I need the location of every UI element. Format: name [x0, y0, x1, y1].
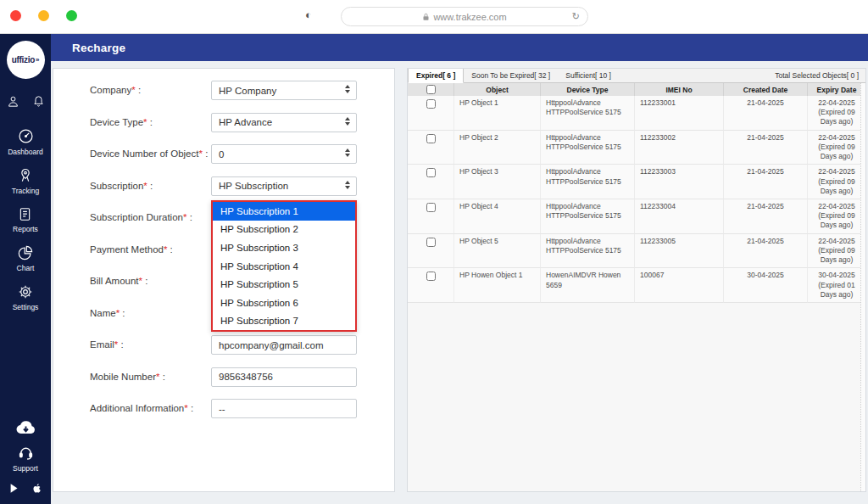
logo-text: uffizio — [12, 55, 35, 64]
row-checkbox[interactable] — [426, 168, 436, 177]
privacy-shield-icon[interactable]: ◐ — [305, 8, 312, 21]
object-cell: HP Object 1 — [454, 96, 541, 131]
sidebar-item-reports[interactable]: Reports — [13, 206, 38, 233]
lock-icon — [422, 13, 430, 21]
dashboard-icon — [17, 127, 35, 145]
dropdown-option-5[interactable]: HP Subscription 5 — [213, 275, 355, 294]
device-type-cell: HttppoolAdvance HTTPPoolService 5175 — [541, 131, 635, 165]
status-tabbar: Expired[ 6 ] Soon To be Expired[ 32 ] Su… — [408, 69, 865, 83]
object-cell: HP Howen Object 1 — [454, 268, 541, 303]
sidebar-item-label: Tracking — [12, 187, 39, 195]
email-field[interactable] — [211, 335, 357, 355]
table-row: HP Object 4 HttppoolAdvance HTTPPoolServ… — [408, 199, 865, 234]
device-type-label: Device Type* : — [90, 113, 211, 127]
sidebar-item-label: Dashboard — [8, 148, 43, 156]
table-scrollbar[interactable] — [860, 83, 865, 491]
dropdown-option-7[interactable]: HP Subscription 7 — [213, 312, 355, 331]
row-checkbox[interactable] — [426, 134, 436, 143]
row-checkbox[interactable] — [426, 203, 436, 212]
select-stepper-icon — [345, 117, 350, 126]
column-expiry-date: Expiry Date — [808, 83, 865, 96]
additional-information-field[interactable] — [211, 399, 357, 418]
imei-cell: 112233001 — [635, 96, 724, 131]
content-area: Company* : HP Company Device Type* : HP … — [51, 61, 868, 504]
expiry-date-cell: 22-04-2025 (Expired 09 Days ago) — [808, 199, 865, 234]
sidebar-item-support[interactable]: Support — [13, 444, 38, 473]
recharge-form: Company* : HP Company Device Type* : HP … — [53, 68, 395, 492]
device-type-cell: HowenAIMDVR Howen 5659 — [541, 268, 635, 303]
expiry-date-cell: 22-04-2025 (Expired 09 Days ago) — [808, 234, 865, 269]
tab-soon-to-be-expired[interactable]: Soon To be Expired[ 32 ] — [464, 69, 558, 82]
total-selected-objects: Total Selected Objects[ 0 ] — [775, 69, 865, 82]
table-empty-area — [408, 303, 865, 491]
sidebar-item-chart[interactable]: Chart — [17, 244, 35, 272]
page-title: Recharge — [72, 42, 125, 54]
reload-icon[interactable]: ↻ — [572, 11, 580, 22]
expiry-date-cell: 22-04-2025 (Expired 09 Days ago) — [808, 96, 865, 131]
form-row-device-type: Device Type* : HP Advance — [90, 113, 394, 145]
created-date-cell: 30-04-2025 — [724, 268, 808, 303]
select-stepper-icon — [345, 181, 350, 189]
dropdown-option-3[interactable]: HP Subscription 3 — [213, 238, 355, 257]
apple-icon[interactable] — [31, 481, 43, 496]
settings-icon — [17, 283, 34, 300]
sidebar-item-tracking[interactable]: Tracking — [12, 167, 39, 195]
close-button[interactable] — [10, 10, 21, 21]
cloud-download-button[interactable] — [14, 418, 36, 437]
expiry-date-cell: 22-04-2025 (Expired 09 Days ago) — [808, 165, 865, 199]
select-all-checkbox[interactable] — [426, 85, 436, 94]
device-type-cell: HttppoolAdvance HTTPPoolService 5175 — [541, 165, 635, 199]
chart-icon — [17, 244, 34, 261]
table-row: HP Object 3 HttppoolAdvance HTTPPoolServ… — [408, 165, 865, 199]
browser-chrome: ◐ www.trakzee.com ↻ — [0, 0, 868, 34]
sidebar-item-settings[interactable]: Settings — [13, 283, 39, 311]
dropdown-option-6[interactable]: HP Subscription 6 — [213, 294, 355, 312]
table-row: HP Object 5 HttppoolAdvance HTTPPoolServ… — [408, 234, 865, 269]
page-header: Recharge — [51, 34, 868, 61]
bill-amount-label: Bill Amount* : — [90, 272, 211, 286]
sidebar-item-dashboard[interactable]: Dashboard — [8, 127, 43, 156]
payment-method-label: Payment Method* : — [90, 240, 211, 255]
dropdown-option-1[interactable]: HP Subscription 1 — [213, 202, 355, 221]
sidebar-item-label: Chart — [17, 264, 35, 272]
table-row: HP Object 2 HttppoolAdvance HTTPPoolServ… — [408, 131, 865, 165]
object-cell: HP Object 2 — [454, 131, 541, 165]
row-checkbox[interactable] — [426, 238, 436, 247]
device-type-cell: HttppoolAdvance HTTPPoolService 5175 — [541, 234, 635, 269]
objects-panel: Expired[ 6 ] Soon To be Expired[ 32 ] Su… — [407, 68, 866, 492]
sidebar-item-label: Settings — [13, 303, 39, 311]
company-label: Company* : — [90, 81, 211, 95]
subscription-label: Subscription* : — [90, 176, 211, 191]
bell-icon[interactable] — [31, 94, 46, 109]
company-select[interactable]: HP Company — [211, 81, 357, 100]
tab-expired[interactable]: Expired[ 6 ] — [408, 69, 464, 83]
reports-icon — [17, 206, 33, 222]
maximize-button[interactable] — [66, 10, 77, 21]
minimize-button[interactable] — [38, 10, 49, 21]
device-type-cell: HttppoolAdvance HTTPPoolService 5175 — [541, 199, 635, 234]
additional-information-label: Additional Information* : — [90, 399, 211, 413]
form-row-device-number: Device Number of Object* : 0 — [90, 144, 394, 176]
mobile-number-field[interactable] — [211, 367, 357, 387]
subscription-dropdown: HP Subscription 1 HP Subscription 2 HP S… — [211, 200, 357, 332]
subscription-duration-label: Subscription Duration* : — [90, 208, 211, 222]
device-type-select[interactable]: HP Advance — [211, 113, 357, 132]
logo-arrow: » — [36, 56, 39, 64]
table-row: HP Howen Object 1 HowenAIMDVR Howen 5659… — [408, 268, 865, 303]
device-number-stepper[interactable]: 0 — [211, 144, 357, 164]
tab-sufficient[interactable]: Sufficient[ 10 ] — [558, 69, 619, 82]
object-cell: HP Object 4 — [454, 199, 541, 234]
url-bar[interactable]: www.trakzee.com ↻ — [341, 7, 588, 26]
user-icon[interactable] — [6, 94, 20, 109]
created-date-cell: 21-04-2025 — [724, 96, 808, 131]
row-checkbox[interactable] — [426, 99, 436, 109]
google-play-icon[interactable] — [8, 482, 20, 495]
dropdown-option-4[interactable]: HP Subscription 4 — [213, 257, 355, 276]
row-checkbox[interactable] — [426, 272, 436, 281]
form-row-company: Company* : HP Company — [90, 81, 394, 113]
imei-cell: 112233004 — [635, 199, 724, 234]
sidebar: uffizio» Dashboard Tracking — [0, 34, 51, 504]
dropdown-option-2[interactable]: HP Subscription 2 — [213, 221, 355, 239]
form-row-additional-info: Additional Information* : — [90, 399, 394, 431]
subscription-select[interactable]: HP Subscription — [211, 176, 357, 196]
